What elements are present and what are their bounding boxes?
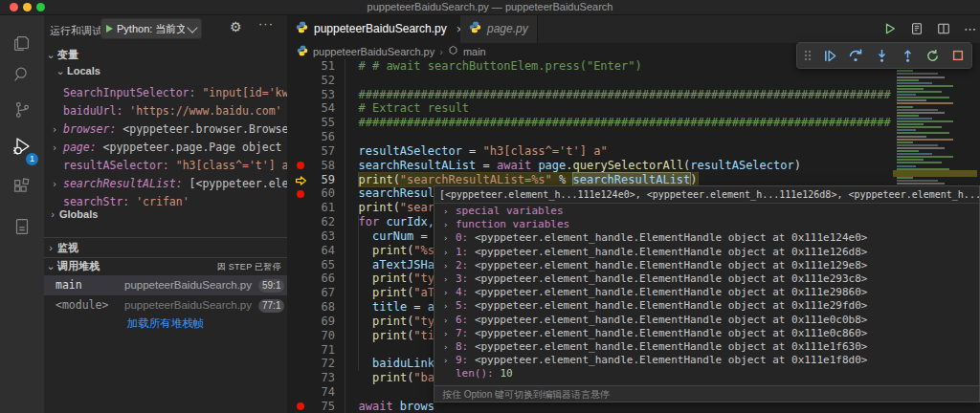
continue-button[interactable] xyxy=(823,49,837,63)
variable-row[interactable]: ›browser: <pyppeteer.browser.Browser obj… xyxy=(44,120,287,139)
chevron-right-icon[interactable]: › xyxy=(52,120,57,139)
chevron-right-icon[interactable]: › xyxy=(443,231,448,245)
popup-tree-row[interactable]: ›2: <pyppeteer.element_handle.ElementHan… xyxy=(434,259,979,272)
code-line[interactable]: 52 xyxy=(287,74,980,88)
popup-row-label: 2: <pyppeteer.element_handle.ElementHand… xyxy=(456,259,867,272)
variable-row[interactable]: resultASelector: "h3[class^='t'] a" xyxy=(44,157,287,175)
chevron-right-icon[interactable]: › xyxy=(443,314,448,327)
variables-section-header[interactable]: ⌄变量 xyxy=(44,48,287,64)
frame-position-badge: 77:1 xyxy=(258,299,284,313)
toolbar-drag-handle[interactable] xyxy=(804,50,812,61)
line-number: 57 xyxy=(304,144,335,159)
breakpoint-icon[interactable] xyxy=(297,190,304,198)
chevron-right-icon[interactable]: › xyxy=(52,139,57,157)
locals-scope-header[interactable]: ⌄Locals xyxy=(54,65,287,81)
popup-row-label: 0: <pyppeteer.element_handle.ElementHand… xyxy=(456,231,867,245)
python-file-icon xyxy=(469,21,481,36)
chevron-right-icon[interactable]: › xyxy=(52,175,57,193)
variable-name: baiduUrl: 'https://www.baidu.com' xyxy=(63,102,282,120)
breakpoint-icon[interactable] xyxy=(297,402,304,410)
chevron-right-icon[interactable]: › xyxy=(443,299,448,313)
step-into-button[interactable] xyxy=(875,49,889,63)
tab-page-py[interactable]: page.py xyxy=(460,14,538,43)
popup-tree-row[interactable]: ›1: <pyppeteer.element_handle.ElementHan… xyxy=(434,246,979,259)
chevron-right-icon[interactable]: › xyxy=(443,205,448,218)
sidebar-item-search[interactable] xyxy=(0,57,44,96)
popup-tree-row[interactable]: len(): 10 xyxy=(434,367,979,380)
variable-name: searchResultAList: [<pyppeteer.element_h… xyxy=(63,175,287,193)
popup-tree-row[interactable]: ›8: <pyppeteer.element_handle.ElementHan… xyxy=(434,340,979,354)
chevron-right-icon[interactable]: › xyxy=(443,218,448,231)
step-over-button[interactable] xyxy=(848,48,863,63)
code-line[interactable]: 57resultASelector = "h3[class^='t'] a" xyxy=(287,144,980,159)
breadcrumb-separator: › xyxy=(439,46,443,57)
chevron-right-icon[interactable]: › xyxy=(443,259,448,272)
tab-puppeteerbaidusearch[interactable]: puppeteerBaiduSearch.py × xyxy=(287,14,473,43)
more-actions-icon[interactable]: ⋯ xyxy=(964,22,976,36)
popup-tree-row[interactable]: ›9: <pyppeteer.element_handle.ElementHan… xyxy=(434,354,979,367)
globals-scope-header[interactable]: ›Globals xyxy=(46,208,289,225)
popup-tree-row[interactable]: ›special variables xyxy=(434,205,979,218)
code-text: resultASelector = "h3[class^='t'] a" xyxy=(345,144,608,159)
line-number: 75 xyxy=(304,400,335,413)
open-changes-icon[interactable] xyxy=(910,22,924,35)
line-number: 74 xyxy=(304,385,335,400)
debug-count-badge: 1 xyxy=(26,153,38,165)
more-actions-icon[interactable]: ··· xyxy=(258,16,274,31)
chevron-right-icon[interactable]: › xyxy=(443,327,448,340)
popup-row-label: 7: <pyppeteer.element_handle.ElementHand… xyxy=(456,327,867,340)
popup-tree-row[interactable]: ›0: <pyppeteer.element_handle.ElementHan… xyxy=(434,231,979,245)
code-line[interactable]: 56 xyxy=(287,130,980,144)
code-text: title = a xyxy=(345,300,434,315)
popup-tree-row[interactable]: ›7: <pyppeteer.element_handle.ElementHan… xyxy=(434,327,979,340)
popup-tree-row[interactable]: ›5: <pyppeteer.element_handle.ElementHan… xyxy=(434,299,979,313)
chevron-right-icon[interactable]: › xyxy=(443,354,448,367)
search-icon xyxy=(11,64,33,89)
chevron-right-icon[interactable]: › xyxy=(443,246,448,259)
stack-frame-row[interactable]: mainpuppeteerBaiduSearch.py59:1 xyxy=(44,275,287,295)
split-editor-icon[interactable] xyxy=(937,22,950,35)
python-file-icon xyxy=(296,21,308,36)
chevron-right-icon[interactable]: › xyxy=(443,272,448,286)
code-line[interactable]: 53######################################… xyxy=(287,88,980,102)
breadcrumb-file[interactable]: puppeteerBaiduSearch.py xyxy=(313,46,434,57)
breakpoint-icon[interactable] xyxy=(297,162,304,169)
load-all-stack-frames-link[interactable]: 加载所有堆栈帧 xyxy=(44,316,287,331)
step-out-button[interactable] xyxy=(901,49,915,63)
sidebar-item-extensions[interactable] xyxy=(0,170,44,208)
popup-tree-row[interactable]: ›function variables xyxy=(434,218,979,231)
line-number: 62 xyxy=(304,215,335,229)
popup-row-label: 8: <pyppeteer.element_handle.ElementHand… xyxy=(456,340,867,354)
watch-section-header[interactable]: ›监视 xyxy=(44,241,287,257)
line-number: 64 xyxy=(304,244,335,258)
run-python-file-icon[interactable] xyxy=(883,22,897,35)
gear-icon[interactable]: ⚙ xyxy=(230,19,242,34)
chevron-down-icon xyxy=(187,22,197,33)
code-line[interactable]: 58searchResultAList = await page.querySe… xyxy=(287,159,980,173)
popup-tree-row[interactable]: ›3: <pyppeteer.element_handle.ElementHan… xyxy=(434,272,979,286)
chevron-right-icon[interactable]: › xyxy=(443,340,448,354)
code-text: aTextJSHa xyxy=(345,258,434,272)
line-number: 71 xyxy=(304,343,335,358)
stop-button[interactable] xyxy=(951,49,965,62)
variable-row[interactable]: SearchInputSelector: "input[id='kw']" xyxy=(44,84,287,102)
restart-button[interactable] xyxy=(925,49,940,63)
variable-row[interactable]: baiduUrl: 'https://www.baidu.com' xyxy=(44,102,287,120)
popup-row-label: 6: <pyppeteer.element_handle.ElementHand… xyxy=(456,314,867,327)
variable-row[interactable]: ›searchResultAList: [<pyppeteer.element_… xyxy=(44,175,287,193)
code-line[interactable]: 54# Extract result xyxy=(287,101,980,116)
minimap[interactable] xyxy=(893,59,977,189)
popup-tree-row[interactable]: ›4: <pyppeteer.element_handle.ElementHan… xyxy=(434,286,979,299)
callstack-section-header[interactable]: ⌄调用堆栈 因 STEP 已暂停 xyxy=(44,259,287,275)
sidebar-item-notebook[interactable] xyxy=(0,209,44,248)
launch-config-dropdown[interactable]: Python: 当前文件 xyxy=(100,18,202,39)
breadcrumb-symbol[interactable]: main xyxy=(463,46,486,57)
line-number: 52 xyxy=(304,74,335,88)
sidebar-item-source-control[interactable] xyxy=(0,93,44,131)
sidebar-item-run-debug[interactable]: 1 xyxy=(0,129,44,167)
code-line[interactable]: 55######################################… xyxy=(287,116,980,130)
variable-row[interactable]: ›page: <pyppeteer.page.Page object at 0x… xyxy=(44,139,287,157)
stack-frame-row[interactable]: <module>puppeteerBaiduSearch.py77:1 xyxy=(44,295,287,315)
chevron-right-icon[interactable]: › xyxy=(443,286,448,299)
popup-tree-row[interactable]: ›6: <pyppeteer.element_handle.ElementHan… xyxy=(434,314,979,327)
